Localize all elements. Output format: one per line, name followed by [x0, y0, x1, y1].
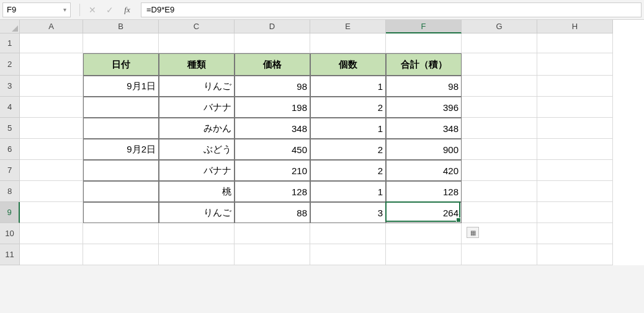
col-header-E[interactable]: E — [310, 20, 386, 33]
cell-G9[interactable] — [462, 202, 537, 223]
cell-B11[interactable] — [83, 244, 159, 265]
col-header-A[interactable]: A — [20, 20, 83, 33]
cell-E7[interactable]: 2 — [310, 160, 386, 181]
cell-F1[interactable] — [386, 33, 462, 53]
cell-H5[interactable] — [537, 118, 613, 139]
cell-F8[interactable]: 128 — [386, 181, 462, 202]
col-header-C[interactable]: C — [159, 20, 235, 33]
cell-F7[interactable]: 420 — [386, 160, 462, 181]
cell-B10[interactable] — [83, 223, 159, 244]
cell-H8[interactable] — [537, 181, 613, 202]
cell-C10[interactable] — [159, 223, 235, 244]
cell-C6[interactable]: ぶどう — [159, 139, 235, 160]
enter-icon[interactable]: ✓ — [101, 2, 119, 17]
cell-E11[interactable] — [310, 244, 386, 265]
fx-icon[interactable]: fx — [119, 2, 136, 17]
row-header-4[interactable]: 4 — [0, 97, 20, 118]
cell-G2[interactable] — [462, 53, 537, 76]
cell-F9[interactable]: 264 — [386, 202, 462, 223]
col-header-F[interactable]: F — [386, 20, 462, 33]
cell-H9[interactable] — [537, 202, 613, 223]
cell-B3[interactable]: 9月1日 — [83, 76, 159, 97]
cell-F6[interactable]: 900 — [386, 139, 462, 160]
cell-E9[interactable]: 3 — [310, 202, 386, 223]
cell-C3[interactable]: りんご — [159, 76, 235, 97]
cell-B4[interactable] — [83, 97, 159, 118]
col-header-H[interactable]: H — [537, 20, 613, 33]
cell-G1[interactable] — [462, 33, 537, 53]
cell-H2[interactable] — [537, 53, 613, 76]
cell-B8[interactable] — [83, 181, 159, 202]
cell-C1[interactable] — [159, 33, 235, 53]
cell-C9[interactable]: りんご — [159, 202, 235, 223]
cancel-icon[interactable]: ✕ — [84, 2, 101, 17]
cell-D5[interactable]: 348 — [235, 118, 310, 139]
autofill-options-icon[interactable]: ▦ — [467, 227, 479, 238]
cell-G5[interactable] — [462, 118, 537, 139]
cell-F5[interactable]: 348 — [386, 118, 462, 139]
select-all-corner[interactable] — [0, 20, 20, 33]
cell-D3[interactable]: 98 — [235, 76, 310, 97]
cell-A10[interactable] — [20, 223, 83, 244]
cell-F4[interactable]: 396 — [386, 97, 462, 118]
cell-B9[interactable] — [83, 202, 159, 223]
col-header-D[interactable]: D — [235, 20, 310, 33]
cell-A2[interactable] — [20, 53, 83, 76]
cell-D9[interactable]: 88 — [235, 202, 310, 223]
cell-C4[interactable]: バナナ — [159, 97, 235, 118]
row-header-7[interactable]: 7 — [0, 160, 20, 181]
cell-A1[interactable] — [20, 33, 83, 53]
table-header-4[interactable]: 合計（積） — [386, 53, 462, 76]
cell-H3[interactable] — [537, 76, 613, 97]
cell-G8[interactable] — [462, 181, 537, 202]
row-header-8[interactable]: 8 — [0, 181, 20, 202]
row-header-9[interactable]: 9 — [0, 202, 20, 223]
cell-A4[interactable] — [20, 97, 83, 118]
table-header-0[interactable]: 日付 — [83, 53, 159, 76]
cell-H7[interactable] — [537, 160, 613, 181]
cell-E4[interactable]: 2 — [310, 97, 386, 118]
cell-C8[interactable]: 桃 — [159, 181, 235, 202]
cell-H10[interactable] — [537, 223, 613, 244]
cell-F3[interactable]: 98 — [386, 76, 462, 97]
cell-E10[interactable] — [310, 223, 386, 244]
cell-F11[interactable] — [386, 244, 462, 265]
cell-D4[interactable]: 198 — [235, 97, 310, 118]
table-header-1[interactable]: 種類 — [159, 53, 235, 76]
cell-A11[interactable] — [20, 244, 83, 265]
cell-H6[interactable] — [537, 139, 613, 160]
cell-A5[interactable] — [20, 118, 83, 139]
name-box-dropdown-icon[interactable]: ▾ — [63, 6, 66, 13]
row-header-10[interactable]: 10 — [0, 223, 20, 244]
cell-E6[interactable]: 2 — [310, 139, 386, 160]
cell-D7[interactable]: 210 — [235, 160, 310, 181]
cell-H11[interactable] — [537, 244, 613, 265]
table-header-2[interactable]: 価格 — [235, 53, 310, 76]
cell-A6[interactable] — [20, 139, 83, 160]
cell-D6[interactable]: 450 — [235, 139, 310, 160]
cell-A8[interactable] — [20, 181, 83, 202]
cell-A3[interactable] — [20, 76, 83, 97]
cell-G11[interactable] — [462, 244, 537, 265]
cell-D8[interactable]: 128 — [235, 181, 310, 202]
cell-H4[interactable] — [537, 97, 613, 118]
cell-D1[interactable] — [235, 33, 310, 53]
cell-E1[interactable] — [310, 33, 386, 53]
table-header-3[interactable]: 個数 — [310, 53, 386, 76]
row-header-1[interactable]: 1 — [0, 33, 20, 53]
cell-A9[interactable] — [20, 202, 83, 223]
cell-A7[interactable] — [20, 160, 83, 181]
cell-D10[interactable] — [235, 223, 310, 244]
cell-B6[interactable]: 9月2日 — [83, 139, 159, 160]
row-header-3[interactable]: 3 — [0, 76, 20, 97]
cell-B1[interactable] — [83, 33, 159, 53]
formula-input[interactable] — [141, 2, 642, 17]
cell-E5[interactable]: 1 — [310, 118, 386, 139]
col-header-B[interactable]: B — [83, 20, 159, 33]
cell-D11[interactable] — [235, 244, 310, 265]
cell-G6[interactable] — [462, 139, 537, 160]
cell-G4[interactable] — [462, 97, 537, 118]
cell-G7[interactable] — [462, 160, 537, 181]
cell-B5[interactable] — [83, 118, 159, 139]
cell-H1[interactable] — [537, 33, 613, 53]
